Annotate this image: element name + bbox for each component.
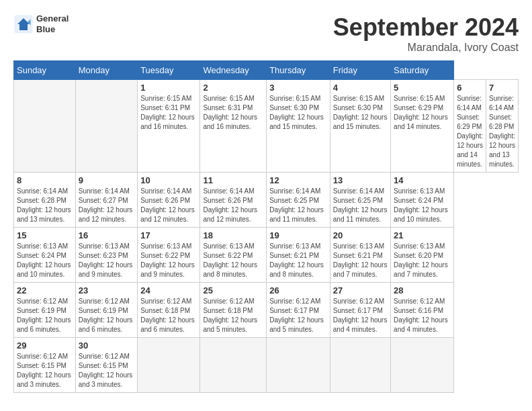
calendar-day-cell: 18 Sunrise: 6:13 AM Sunset: 6:22 PM Dayl… [200, 228, 267, 283]
day-number: 10 [140, 175, 197, 185]
day-number: 8 [17, 175, 73, 185]
calendar-day-cell [75, 80, 137, 173]
logo-line1: General [36, 13, 69, 24]
calendar-day-cell: 15 Sunrise: 6:13 AM Sunset: 6:24 PM Dayl… [14, 228, 76, 283]
calendar-day-cell: 11 Sunrise: 6:14 AM Sunset: 6:26 PM Dayl… [200, 173, 267, 228]
calendar-day-cell: 1 Sunrise: 6:15 AM Sunset: 6:31 PM Dayli… [138, 80, 200, 173]
calendar-day-cell [14, 80, 76, 173]
day-number: 28 [394, 285, 451, 295]
day-info: Sunrise: 6:12 AM Sunset: 6:17 PM Dayligh… [333, 297, 388, 334]
calendar-day-cell: 4 Sunrise: 6:15 AM Sunset: 6:30 PM Dayli… [330, 80, 390, 173]
calendar-day-cell [267, 338, 330, 393]
day-number: 21 [394, 230, 451, 240]
weekday-header: Monday [75, 61, 137, 80]
day-info: Sunrise: 6:13 AM Sunset: 6:24 PM Dayligh… [17, 242, 73, 279]
day-number: 16 [79, 230, 134, 240]
calendar-day-cell: 22 Sunrise: 6:12 AM Sunset: 6:19 PM Dayl… [14, 283, 76, 338]
weekday-header-row: SundayMondayTuesdayWednesdayThursdayFrid… [14, 61, 519, 80]
calendar-day-cell: 2 Sunrise: 6:15 AM Sunset: 6:31 PM Dayli… [200, 80, 267, 173]
day-info: Sunrise: 6:14 AM Sunset: 6:25 PM Dayligh… [269, 187, 327, 224]
day-number: 13 [333, 175, 388, 185]
day-number: 4 [333, 83, 388, 93]
day-info: Sunrise: 6:12 AM Sunset: 6:17 PM Dayligh… [269, 297, 327, 334]
calendar-day-cell: 29 Sunrise: 6:12 AM Sunset: 6:15 PM Dayl… [14, 338, 76, 393]
day-number: 6 [457, 83, 483, 93]
day-info: Sunrise: 6:13 AM Sunset: 6:23 PM Dayligh… [79, 242, 134, 279]
day-info: Sunrise: 6:13 AM Sunset: 6:21 PM Dayligh… [269, 242, 327, 279]
calendar-day-cell: 30 Sunrise: 6:12 AM Sunset: 6:15 PM Dayl… [75, 338, 137, 393]
day-info: Sunrise: 6:13 AM Sunset: 6:20 PM Dayligh… [394, 242, 451, 279]
day-info: Sunrise: 6:15 AM Sunset: 6:31 PM Dayligh… [203, 94, 263, 132]
day-info: Sunrise: 6:12 AM Sunset: 6:15 PM Dayligh… [79, 352, 134, 390]
day-number: 11 [203, 175, 263, 185]
calendar-day-cell: 17 Sunrise: 6:13 AM Sunset: 6:22 PM Dayl… [138, 228, 200, 283]
logo-text: General Blue [36, 13, 69, 34]
day-info: Sunrise: 6:14 AM Sunset: 6:25 PM Dayligh… [333, 187, 388, 224]
day-info: Sunrise: 6:15 AM Sunset: 6:31 PM Dayligh… [140, 94, 197, 132]
calendar-day-cell: 10 Sunrise: 6:14 AM Sunset: 6:26 PM Dayl… [138, 173, 200, 228]
day-number: 24 [140, 285, 197, 295]
day-info: Sunrise: 6:12 AM Sunset: 6:19 PM Dayligh… [17, 297, 73, 334]
weekday-header: Thursday [267, 61, 330, 80]
day-number: 9 [79, 175, 134, 185]
day-number: 30 [79, 340, 134, 351]
day-number: 5 [394, 83, 451, 93]
day-info: Sunrise: 6:14 AM Sunset: 6:26 PM Dayligh… [203, 187, 263, 224]
day-info: Sunrise: 6:15 AM Sunset: 6:30 PM Dayligh… [269, 94, 327, 132]
day-info: Sunrise: 6:12 AM Sunset: 6:18 PM Dayligh… [140, 297, 197, 334]
calendar-day-cell: 21 Sunrise: 6:13 AM Sunset: 6:20 PM Dayl… [391, 228, 454, 283]
calendar-week-row: 15 Sunrise: 6:13 AM Sunset: 6:24 PM Dayl… [14, 228, 519, 283]
calendar-day-cell: 14 Sunrise: 6:13 AM Sunset: 6:24 PM Dayl… [391, 173, 454, 228]
day-number: 3 [269, 83, 327, 93]
calendar-day-cell: 8 Sunrise: 6:14 AM Sunset: 6:28 PM Dayli… [14, 173, 76, 228]
day-number: 14 [394, 175, 451, 185]
logo: General Blue [13, 13, 69, 34]
logo-icon [13, 14, 34, 34]
calendar-day-cell: 23 Sunrise: 6:12 AM Sunset: 6:19 PM Dayl… [75, 283, 137, 338]
calendar-day-cell: 9 Sunrise: 6:14 AM Sunset: 6:27 PM Dayli… [75, 173, 137, 228]
weekday-header: Friday [330, 61, 390, 80]
calendar-day-cell [138, 338, 200, 393]
day-number: 22 [17, 285, 73, 295]
day-number: 17 [140, 230, 197, 240]
weekday-header: Saturday [391, 61, 454, 80]
day-number: 23 [79, 285, 134, 295]
calendar-day-cell: 5 Sunrise: 6:15 AM Sunset: 6:29 PM Dayli… [391, 80, 454, 173]
calendar-week-row: 29 Sunrise: 6:12 AM Sunset: 6:15 PM Dayl… [14, 338, 519, 393]
day-number: 20 [333, 230, 388, 240]
calendar-day-cell: 26 Sunrise: 6:12 AM Sunset: 6:17 PM Dayl… [267, 283, 330, 338]
day-info: Sunrise: 6:14 AM Sunset: 6:26 PM Dayligh… [140, 187, 197, 224]
calendar-day-cell [391, 338, 454, 393]
day-number: 12 [269, 175, 327, 185]
day-number: 1 [140, 83, 197, 93]
calendar-day-cell: 24 Sunrise: 6:12 AM Sunset: 6:18 PM Dayl… [138, 283, 200, 338]
logo-line2: Blue [36, 24, 69, 35]
calendar-day-cell: 3 Sunrise: 6:15 AM Sunset: 6:30 PM Dayli… [267, 80, 330, 173]
day-info: Sunrise: 6:13 AM Sunset: 6:24 PM Dayligh… [394, 187, 451, 224]
day-info: Sunrise: 6:12 AM Sunset: 6:15 PM Dayligh… [17, 352, 73, 390]
weekday-header: Sunday [14, 61, 76, 80]
title-section: September 2024 Marandala, Ivory Coast [333, 13, 519, 54]
calendar-day-cell: 25 Sunrise: 6:12 AM Sunset: 6:18 PM Dayl… [200, 283, 267, 338]
month-title: September 2024 [333, 13, 519, 42]
day-info: Sunrise: 6:14 AM Sunset: 6:28 PM Dayligh… [17, 187, 73, 224]
day-info: Sunrise: 6:13 AM Sunset: 6:22 PM Dayligh… [203, 242, 263, 279]
day-info: Sunrise: 6:12 AM Sunset: 6:18 PM Dayligh… [203, 297, 263, 334]
day-info: Sunrise: 6:15 AM Sunset: 6:30 PM Dayligh… [333, 94, 388, 132]
day-number: 27 [333, 285, 388, 295]
calendar-day-cell: 28 Sunrise: 6:12 AM Sunset: 6:16 PM Dayl… [391, 283, 454, 338]
calendar-day-cell: 19 Sunrise: 6:13 AM Sunset: 6:21 PM Dayl… [267, 228, 330, 283]
calendar-week-row: 22 Sunrise: 6:12 AM Sunset: 6:19 PM Dayl… [14, 283, 519, 338]
day-number: 15 [17, 230, 73, 240]
weekday-header: Tuesday [138, 61, 200, 80]
calendar-day-cell: 7 Sunrise: 6:14 AM Sunset: 6:28 PM Dayli… [486, 80, 519, 173]
day-number: 19 [269, 230, 327, 240]
calendar-week-row: 8 Sunrise: 6:14 AM Sunset: 6:28 PM Dayli… [14, 173, 519, 228]
day-number: 7 [489, 83, 515, 93]
day-number: 2 [203, 83, 263, 93]
calendar-day-cell: 12 Sunrise: 6:14 AM Sunset: 6:25 PM Dayl… [267, 173, 330, 228]
day-info: Sunrise: 6:14 AM Sunset: 6:29 PM Dayligh… [457, 94, 483, 169]
calendar-table: SundayMondayTuesdayWednesdayThursdayFrid… [13, 60, 519, 393]
day-info: Sunrise: 6:14 AM Sunset: 6:28 PM Dayligh… [489, 94, 515, 169]
calendar-day-cell [330, 338, 390, 393]
